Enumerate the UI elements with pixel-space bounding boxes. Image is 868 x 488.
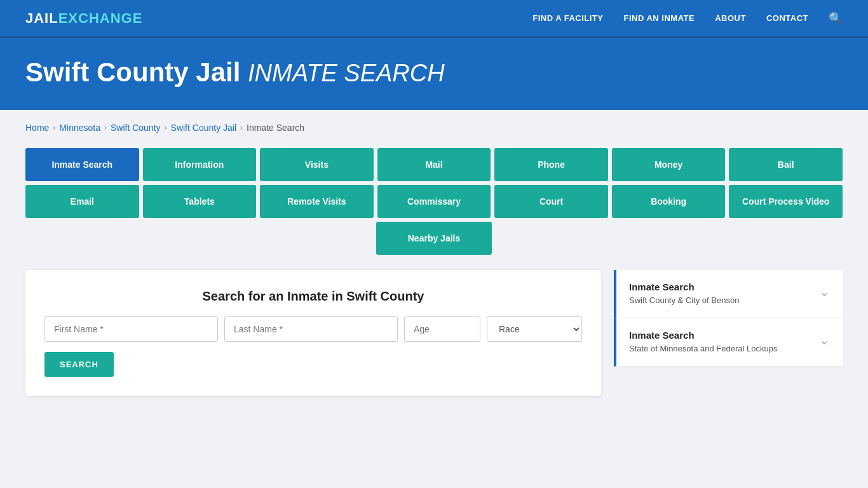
sidebar: Inmate Search Swift County & City of Ben… — [614, 270, 843, 367]
breadcrumb-home[interactable]: Home — [25, 123, 49, 133]
tab-row-1: Inmate Search Information Visits Mail Ph… — [25, 148, 843, 181]
breadcrumb-sep-1: › — [53, 123, 55, 132]
breadcrumb-swift-county-jail[interactable]: Swift County Jail — [171, 123, 236, 133]
last-name-input[interactable] — [224, 316, 398, 342]
search-button[interactable]: SEARCH — [44, 352, 114, 377]
sidebar-card-minnesota-federal[interactable]: Inmate Search State of Minnesota and Fed… — [614, 318, 843, 367]
chevron-down-icon-2: ⌄ — [819, 332, 830, 348]
nav-find-inmate[interactable]: FIND AN INMATE — [623, 13, 695, 23]
sidebar-card-minnesota-federal-content: Inmate Search State of Minnesota and Fed… — [629, 330, 777, 355]
sidebar-card-minnesota-federal-subtitle: State of Minnesota and Federal Lockups — [629, 343, 777, 355]
tab-remote-visits[interactable]: Remote Visits — [260, 185, 374, 218]
chevron-down-icon: ⌄ — [819, 284, 830, 299]
page-title: Swift County Jail INMATE SEARCH — [25, 57, 843, 88]
tab-money[interactable]: Money — [612, 148, 726, 181]
nav-contact[interactable]: CONTACT — [766, 13, 808, 23]
sidebar-card-minnesota-federal-title: Inmate Search — [629, 330, 777, 341]
tab-phone[interactable]: Phone — [494, 148, 608, 181]
search-fields: Race White Black Hispanic Asian Native A… — [44, 316, 582, 342]
tab-mail[interactable]: Mail — [377, 148, 491, 181]
tab-court[interactable]: Court — [494, 185, 608, 218]
nav-about[interactable]: ABOUT — [715, 13, 746, 23]
hero-banner: Swift County Jail INMATE SEARCH — [0, 38, 868, 110]
nav-find-facility[interactable]: FIND A FACILITY — [532, 13, 603, 23]
search-form-card: Search for an Inmate in Swift County Rac… — [25, 270, 601, 396]
sidebar-card-swift-county-title: Inmate Search — [629, 281, 739, 292]
main-content: Home › Minnesota › Swift County › Swift … — [0, 110, 868, 421]
logo-jail: JAIL — [25, 10, 58, 27]
sidebar-card-swift-county-content: Inmate Search Swift County & City of Ben… — [629, 281, 739, 306]
breadcrumb-sep-2: › — [104, 123, 107, 132]
tab-booking[interactable]: Booking — [612, 185, 726, 218]
tab-bail[interactable]: Bail — [729, 148, 843, 181]
hero-title-italic: INMATE SEARCH — [248, 60, 445, 86]
breadcrumb-sep-3: › — [165, 123, 167, 132]
tab-nearby-jails[interactable]: Nearby Jails — [376, 222, 492, 255]
logo-exchange: EXCHANGE — [58, 10, 143, 27]
search-form-title: Search for an Inmate in Swift County — [44, 289, 582, 304]
tab-email[interactable]: Email — [25, 185, 139, 218]
sidebar-card-swift-county-subtitle: Swift County & City of Benson — [629, 295, 739, 306]
header: JAIL EXCHANGE FIND A FACILITY FIND AN IN… — [0, 0, 868, 38]
main-nav: FIND A FACILITY FIND AN INMATE ABOUT CON… — [532, 11, 843, 25]
sidebar-card-swift-county[interactable]: Inmate Search Swift County & City of Ben… — [614, 270, 843, 318]
breadcrumb-sep-4: › — [240, 123, 243, 132]
first-name-input[interactable] — [44, 316, 218, 342]
tab-court-process-video[interactable]: Court Process Video — [729, 185, 843, 218]
search-icon[interactable]: 🔍 — [829, 11, 843, 25]
breadcrumb-swift-county[interactable]: Swift County — [111, 123, 161, 133]
tab-tablets[interactable]: Tablets — [143, 185, 257, 218]
tab-row-2: Email Tablets Remote Visits Commissary C… — [25, 185, 843, 218]
breadcrumb-minnesota[interactable]: Minnesota — [59, 123, 100, 133]
tab-information[interactable]: Information — [143, 148, 257, 181]
tab-visits[interactable]: Visits — [260, 148, 374, 181]
breadcrumb-inmate-search: Inmate Search — [247, 123, 304, 133]
tab-commissary[interactable]: Commissary — [377, 185, 491, 218]
age-input[interactable] — [404, 316, 480, 342]
content-row: Search for an Inmate in Swift County Rac… — [25, 270, 843, 396]
logo[interactable]: JAIL EXCHANGE — [25, 10, 142, 27]
breadcrumb: Home › Minnesota › Swift County › Swift … — [25, 123, 843, 133]
hero-title-bold: Swift County Jail — [25, 57, 240, 87]
tab-inmate-search[interactable]: Inmate Search — [25, 148, 139, 181]
tab-row-3: Nearby Jails — [25, 222, 843, 255]
race-select[interactable]: Race White Black Hispanic Asian Native A… — [487, 316, 582, 342]
